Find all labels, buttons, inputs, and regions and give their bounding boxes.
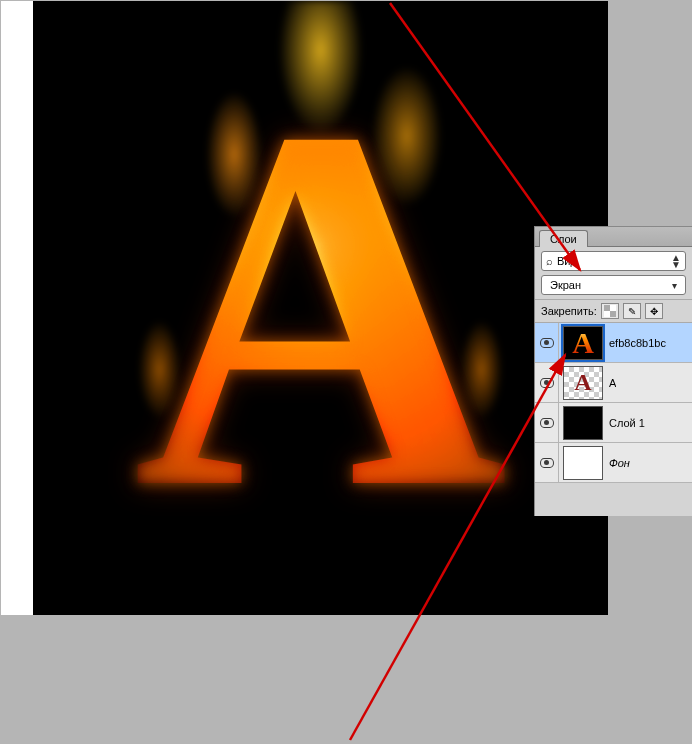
layer-row[interactable]: A efb8c8b1bc: [535, 323, 692, 363]
lock-position-button[interactable]: ✥: [645, 303, 663, 319]
layer-name-label[interactable]: Слой 1: [609, 417, 645, 429]
blend-mode-row: Экран ▾: [535, 275, 692, 299]
eye-icon: [540, 338, 554, 348]
canvas-area: A: [1, 1, 608, 615]
thumbnail-letter-icon: A: [574, 369, 591, 396]
visibility-toggle[interactable]: [535, 363, 559, 402]
flame-glow-overlay: [33, 1, 608, 615]
search-icon: ⌕: [546, 255, 553, 267]
move-icon: ✥: [650, 306, 658, 317]
layer-filter-row: ⌕ Вид ▲▼: [535, 247, 692, 275]
layer-row[interactable]: Слой 1: [535, 403, 692, 443]
layer-list: A efb8c8b1bc A A Слой 1 Фон: [535, 323, 692, 483]
eye-icon: [540, 458, 554, 468]
visibility-toggle[interactable]: [535, 323, 559, 362]
lock-label: Закрепить:: [541, 305, 597, 317]
layer-row[interactable]: Фон: [535, 443, 692, 483]
layer-row[interactable]: A A: [535, 363, 692, 403]
stepper-arrows-icon: ▲▼: [671, 254, 681, 268]
brush-icon: ✎: [628, 306, 636, 317]
visibility-toggle[interactable]: [535, 443, 559, 482]
tab-layers[interactable]: Слои: [539, 230, 588, 247]
layer-name-label[interactable]: Фон: [609, 457, 630, 469]
blend-mode-value: Экран: [550, 279, 581, 291]
svg-rect-1: [604, 305, 610, 311]
blend-mode-select[interactable]: Экран ▾: [541, 275, 686, 295]
svg-rect-2: [610, 311, 616, 317]
layers-panel: Слои ⌕ Вид ▲▼ Экран ▾ Закрепить: ✎ ✥ A: [534, 226, 692, 516]
lock-pixels-button[interactable]: ✎: [623, 303, 641, 319]
layer-filter-select[interactable]: ⌕ Вид ▲▼: [541, 251, 686, 271]
panel-tab-bar: Слои: [535, 227, 692, 247]
lock-transparent-button[interactable]: [601, 303, 619, 319]
visibility-toggle[interactable]: [535, 403, 559, 442]
canvas-image[interactable]: A: [33, 1, 608, 615]
filter-label: Вид: [557, 255, 577, 267]
eye-icon: [540, 418, 554, 428]
layer-thumbnail[interactable]: A: [563, 366, 603, 400]
layer-name-label[interactable]: A: [609, 377, 616, 389]
chevron-down-icon: ▾: [672, 280, 677, 291]
lock-row: Закрепить: ✎ ✥: [535, 299, 692, 323]
layer-thumbnail[interactable]: A: [563, 326, 603, 360]
layer-thumbnail[interactable]: [563, 446, 603, 480]
thumbnail-fire-icon: A: [572, 326, 594, 360]
eye-icon: [540, 378, 554, 388]
layer-thumbnail[interactable]: [563, 406, 603, 440]
layer-name-label[interactable]: efb8c8b1bc: [609, 337, 666, 349]
transparency-icon: [604, 305, 616, 317]
